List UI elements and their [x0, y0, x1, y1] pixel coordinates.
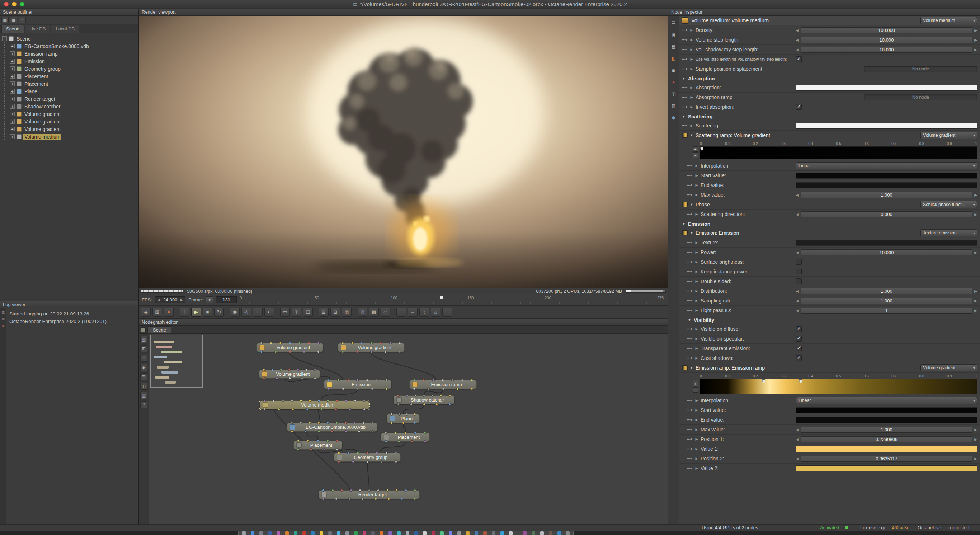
pin-icon[interactable] — [440, 394, 442, 397]
menu-icon[interactable]: ≡ — [19, 17, 26, 23]
node-volume-medium[interactable]: Volume medium — [260, 400, 369, 409]
fit-graph-icon[interactable]: ▦ — [140, 336, 148, 343]
pin-icon[interactable] — [356, 452, 359, 454]
dock-icon[interactable] — [540, 532, 544, 535]
pin-icon[interactable] — [291, 430, 293, 433]
expander-icon[interactable]: ▼ — [690, 134, 694, 137]
dock-icon[interactable] — [549, 532, 552, 535]
pin-icon[interactable] — [297, 448, 299, 451]
increment-arrow-icon[interactable]: ▶ — [974, 457, 977, 461]
pin-icon[interactable] — [262, 377, 265, 380]
focus-picker-icon[interactable]: + — [253, 307, 262, 317]
dock-icon[interactable] — [320, 532, 323, 535]
increment-arrow-icon[interactable]: ▶ — [974, 212, 977, 217]
copy-image-icon[interactable]: ⊞ — [319, 307, 329, 317]
pin-icon[interactable] — [414, 432, 417, 434]
pin-icon[interactable] — [297, 439, 299, 442]
pin-icon[interactable] — [363, 400, 366, 402]
value-slider[interactable]: 1 — [801, 307, 973, 314]
expander-icon[interactable]: ▶ — [695, 299, 698, 303]
tree-item-eg-cartoonsmoke-0000-vdb[interactable]: +EG-CartoonSmoke.0000.vdb — [10, 42, 138, 50]
dock-icon[interactable] — [474, 532, 478, 535]
pin-icon[interactable] — [414, 413, 416, 416]
expander-icon[interactable]: ▶ — [695, 260, 698, 264]
decrement-arrow-icon[interactable]: ◀ — [796, 28, 799, 32]
white-balance-icon[interactable]: ◐ — [264, 307, 274, 317]
pin-icon[interactable] — [347, 452, 350, 454]
scene-tree-icon[interactable]: ▤ — [670, 19, 678, 27]
decrement-arrow-icon[interactable]: ◀ — [796, 289, 799, 293]
increment-arrow-icon[interactable]: ▶ — [974, 193, 977, 197]
pin-icon[interactable] — [274, 350, 277, 353]
color-swatch[interactable] — [796, 446, 977, 452]
tree-item-volume-gradient[interactable]: +Volume gradient — [10, 118, 138, 125]
pin-icon[interactable] — [322, 498, 325, 500]
gradient-marker[interactable] — [799, 379, 802, 383]
value-slider[interactable]: 10.000 — [801, 37, 973, 43]
node-shadow-catcher[interactable]: Shadow catcher — [393, 395, 455, 404]
expander-icon[interactable]: ▶ — [695, 212, 698, 216]
tree-item-geometry-group[interactable]: +Geometry group — [10, 65, 138, 72]
expander-icon[interactable]: ▶ — [695, 399, 698, 402]
pin-icon[interactable] — [389, 342, 392, 344]
dock-icon[interactable] — [242, 532, 246, 535]
gradient-marker[interactable] — [700, 147, 703, 151]
pin-icon[interactable] — [331, 430, 334, 433]
pin-icon[interactable] — [314, 377, 317, 380]
expand-icon[interactable]: + — [10, 59, 15, 64]
pin-icon[interactable] — [399, 350, 401, 353]
increment-arrow-icon[interactable]: ▶ — [974, 428, 977, 432]
expander-icon[interactable]: ▶ — [690, 67, 694, 71]
expander-icon[interactable]: ▶ — [695, 174, 698, 177]
pin-icon[interactable] — [384, 350, 387, 353]
pin-icon[interactable] — [317, 350, 320, 353]
gradient-strip[interactable] — [700, 379, 977, 394]
tree-item-volume-gradient[interactable]: +Volume gradient — [10, 125, 138, 133]
pin-icon[interactable] — [337, 452, 340, 454]
node-volume-gradient[interactable]: Volume gradient — [338, 343, 405, 352]
pin-icon[interactable] — [390, 422, 393, 424]
decrement-arrow-icon[interactable]: ◀ — [796, 457, 799, 461]
pin-icon[interactable] — [335, 408, 337, 411]
remove-control-point-button[interactable]: − — [693, 387, 698, 393]
dock-icon[interactable] — [483, 532, 487, 535]
playhead[interactable] — [442, 296, 442, 305]
node-plane[interactable]: Plane — [387, 414, 420, 423]
options-icon[interactable]: ¬ — [442, 307, 452, 317]
dock-icon[interactable] — [557, 532, 561, 535]
pin-icon[interactable] — [326, 439, 329, 442]
dock-icon[interactable] — [363, 532, 366, 535]
pin-icon[interactable] — [344, 422, 347, 424]
log-stop-icon[interactable]: ■ — [1, 323, 6, 328]
dock-icon[interactable] — [457, 532, 461, 535]
expander-icon[interactable]: ▶ — [695, 447, 698, 451]
pin-icon[interactable] — [309, 400, 311, 402]
increment-arrow-icon[interactable]: ▶ — [974, 299, 977, 303]
pin-icon[interactable] — [375, 379, 378, 381]
collapse-icon[interactable]: ▼ — [682, 115, 686, 118]
picker-icon[interactable]: ◎ — [242, 307, 251, 317]
tree-item-emission-ramp[interactable]: +Emission ramp — [10, 50, 138, 57]
pin-icon[interactable] — [263, 408, 266, 411]
decrement-arrow-icon[interactable]: ◀ — [796, 299, 799, 303]
gradient-strip[interactable] — [700, 146, 977, 159]
region-render-icon[interactable]: ▭ — [280, 307, 290, 317]
pin-icon[interactable] — [350, 489, 352, 492]
expander-icon[interactable]: ▶ — [690, 105, 694, 109]
expander-icon[interactable]: ▶ — [695, 164, 698, 167]
pin-icon[interactable] — [328, 387, 330, 390]
pin-icon[interactable] — [390, 413, 393, 416]
value-slider[interactable]: 1.000 — [801, 192, 973, 198]
collapse-icon[interactable]: ▼ — [688, 318, 691, 322]
timeline-ruler[interactable]: 050100150200275 — [240, 295, 663, 305]
value-slider[interactable]: 1.000 — [801, 288, 973, 294]
tree-item-placement[interactable]: +Placement — [10, 72, 138, 80]
pin-icon[interactable] — [353, 422, 356, 424]
pin-icon[interactable] — [320, 408, 323, 411]
lock-resolution-icon[interactable]: ▦ — [153, 307, 162, 317]
checkbox[interactable] — [796, 104, 802, 110]
pin-icon[interactable] — [423, 394, 425, 397]
increment-arrow-icon[interactable]: ▶ — [974, 38, 977, 42]
node-geometry-group[interactable]: Geometry group — [334, 453, 401, 462]
dock-icon[interactable] — [294, 532, 298, 535]
